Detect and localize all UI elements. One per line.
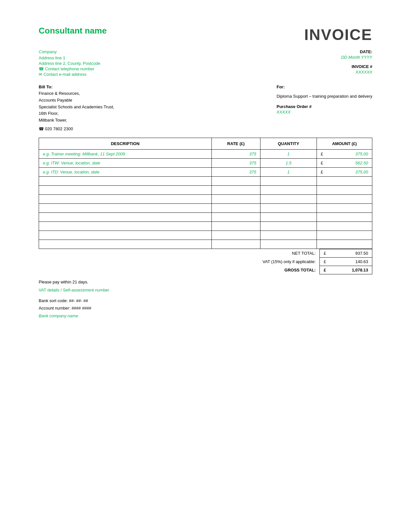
row-amount-pound: £ [317,158,325,167]
row-quantity: 1 [260,149,317,158]
row-rate: 375 [211,167,260,176]
empty-rate [211,185,260,194]
row-amount-value: 562.50 [325,158,372,167]
invoice-title: INVOICE [304,26,372,44]
empty-row [39,176,372,185]
empty-row [39,231,372,240]
empty-row [39,194,372,203]
address-line1: Address line 1 [39,55,100,60]
empty-row [39,212,372,222]
vat-details: VAT details / Self-assessment number [39,288,372,292]
table-row: e.g. Trainer meeting: Millbank, 11 Sept … [39,149,372,158]
bill-to-phone: ☎ 020 7802 2300 [39,126,114,131]
empty-rate [211,176,260,185]
row-amount-value: 375.00 [325,149,372,158]
row-quantity: 1.5 [260,158,317,167]
col-amount: AMOUNT (£) [317,138,372,149]
bill-to-label: Bill To: [39,84,114,89]
empty-qty [260,240,317,249]
for-description: Diploma Support – training preparation a… [277,93,372,100]
vat-pound: £ [320,257,329,266]
contact-telephone: Contact telephone number [39,66,100,71]
net-total-value: 937.50 [329,249,372,257]
empty-amount-pound [317,203,325,212]
empty-amount-val [325,203,372,212]
date-value: DD Month YYYY [292,55,372,60]
empty-row [39,203,372,212]
empty-amount-pound [317,212,325,222]
table-row: e.g. ITD: Venue, location, date 375 1 £ … [39,167,372,176]
empty-desc [39,185,212,194]
empty-amount-pound [317,176,325,185]
empty-row [39,222,372,231]
net-total-pound: £ [320,249,329,257]
empty-row [39,240,372,249]
empty-rate [211,203,260,212]
bill-to-line4: 16th Floor, [39,110,114,117]
address-line2: Address line 2, County, Postcode [39,61,100,66]
empty-amount-val [325,212,372,222]
empty-amount-pound [317,231,325,240]
contact-email: Contact e-mail address [39,72,100,77]
gross-total-label: GROSS TOTAL: [239,266,320,274]
empty-qty [260,212,317,222]
row-quantity: 1 [260,167,317,176]
empty-desc [39,203,212,212]
empty-amount-pound [317,240,325,249]
row-description: e.g. ITW: Venue, location, date [39,158,212,167]
empty-amount-pound [317,194,325,203]
bank-company-name: Bank company name [39,312,372,320]
account-number: Account number: #### #### [39,304,372,312]
empty-amount-pound [317,222,325,231]
empty-amount-pound [317,185,325,194]
empty-amount-val [325,185,372,194]
bill-to-line3: Specialist Schools and Academies Trust, [39,104,114,111]
empty-rate [211,194,260,203]
empty-amount-val [325,222,372,231]
gross-total-value: 1,078.13 [329,266,372,274]
row-amount-pound: £ [317,167,325,176]
col-rate: RATE (£) [211,138,260,149]
row-rate: 375 [211,158,260,167]
net-total-label: NET TOTAL: [239,249,320,257]
row-rate: 375 [211,149,260,158]
invoice-table: DESCRIPTION RATE (£) QUANTITY AMOUNT (£)… [39,138,372,249]
empty-qty [260,185,317,194]
empty-amount-val [325,240,372,249]
empty-desc [39,212,212,222]
invoice-number-label: INVOICE # [292,64,372,69]
empty-desc [39,240,212,249]
empty-rate [211,240,260,249]
row-amount-pound: £ [317,149,325,158]
payment-note: Please pay within 21 days. [39,280,372,284]
empty-qty [260,222,317,231]
bill-to-line2: Accounts Payable [39,97,114,104]
consultant-name: Consultant name [39,26,107,36]
empty-desc [39,231,212,240]
row-description: e.g. ITD: Venue, location, date [39,167,212,176]
gross-total-pound: £ [320,266,329,274]
empty-rate [211,222,260,231]
col-quantity: QUANTITY [260,138,317,149]
col-description: DESCRIPTION [39,138,212,149]
date-label: DATE: [292,49,372,54]
empty-desc [39,194,212,203]
purchase-order-value: XXXXX [277,110,372,114]
net-total-row: NET TOTAL: £ 937.50 [39,249,372,257]
row-amount-value: 375.00 [325,167,372,176]
bill-to-line1: Finance & Resources, [39,90,114,97]
empty-qty [260,203,317,212]
empty-amount-val [325,176,372,185]
row-description: e.g. Trainer meeting: Millbank, 11 Sept … [39,149,212,158]
empty-rate [211,212,260,222]
empty-qty [260,231,317,240]
purchase-order-label: Purchase Order # [277,104,372,109]
company-name: Company [39,49,100,54]
empty-row [39,185,372,194]
bank-sort-code: Bank sort code: ##- ##- ## [39,297,372,304]
for-label: For: [277,84,372,89]
vat-label: VAT (15%) only if applicable: [239,257,320,266]
table-row: e.g. ITW: Venue, location, date 375 1.5 … [39,158,372,167]
gross-total-row: GROSS TOTAL: £ 1,078.13 [39,266,372,274]
empty-desc [39,222,212,231]
